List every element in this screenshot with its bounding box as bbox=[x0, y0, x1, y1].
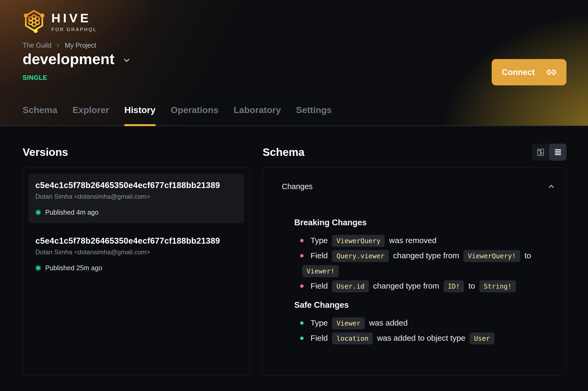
connect-button-label: Connect bbox=[502, 68, 535, 77]
version-item[interactable]: c5e4c1c5f78b26465350e4ecf677cf188bb21389… bbox=[28, 229, 244, 279]
version-hash: c5e4c1c5f78b26465350e4ecf677cf188bb21389 bbox=[35, 236, 237, 246]
breaking-changes-section: Breaking Changes Type ViewerQuery was re… bbox=[294, 218, 556, 294]
schema-heading: Schema bbox=[263, 146, 304, 159]
safe-changes-section: Safe Changes Type Viewer was added Field… bbox=[294, 300, 556, 346]
main-content: Versions c5e4c1c5f78b26465350e4ecf677cf1… bbox=[0, 126, 588, 376]
breaking-changes-title: Breaking Changes bbox=[294, 218, 556, 228]
link-icon bbox=[546, 67, 556, 77]
versions-list: c5e4c1c5f78b26465350e4ecf677cf188bb21389… bbox=[23, 168, 250, 376]
active-tab-underline bbox=[124, 124, 155, 126]
changes-collapse-header[interactable]: Changes bbox=[282, 182, 556, 191]
version-author: Dotan Simha <dotansimha@gmail.com> bbox=[35, 248, 237, 256]
page-title: development bbox=[23, 51, 114, 68]
safe-bullet-icon bbox=[300, 336, 304, 340]
version-item-selected[interactable]: c5e4c1c5f78b26465350e4ecf677cf188bb21389… bbox=[28, 173, 244, 223]
breadcrumb: The Guild My Project bbox=[23, 41, 96, 49]
code-chip: ViewerQuery! bbox=[463, 250, 520, 262]
target-mode-badge: SINGLE bbox=[23, 74, 47, 81]
app-header: HIVE FOR GRAPHQL The Guild My Project de… bbox=[0, 0, 588, 126]
code-chip: User.id bbox=[332, 280, 368, 292]
tab-settings[interactable]: Settings bbox=[296, 105, 332, 126]
change-item: Field Query.viewer changed type from Vie… bbox=[300, 248, 556, 278]
code-chip: ViewerQuery bbox=[332, 235, 385, 247]
brand-tagline: FOR GRAPHQL bbox=[51, 27, 97, 32]
hive-logo-icon bbox=[23, 9, 45, 34]
versions-panel: Versions c5e4c1c5f78b26465350e4ecf677cf1… bbox=[23, 126, 250, 376]
breaking-bullet-icon bbox=[300, 239, 304, 242]
breaking-bullet-icon bbox=[300, 254, 304, 257]
safe-bullet-icon bbox=[300, 321, 304, 325]
tab-history[interactable]: History bbox=[124, 105, 155, 126]
versions-heading: Versions bbox=[23, 146, 68, 159]
brand-name: HIVE bbox=[51, 12, 97, 24]
version-status: Published 4m ago bbox=[35, 209, 237, 216]
breadcrumb-project-link[interactable]: My Project bbox=[65, 41, 96, 49]
tab-laboratory[interactable]: Laboratory bbox=[234, 105, 281, 126]
changes-body: Breaking Changes Type ViewerQuery was re… bbox=[294, 218, 556, 346]
code-chip: ID! bbox=[444, 280, 464, 292]
safe-changes-list: Type Viewer was added Field location was… bbox=[300, 315, 556, 346]
published-dot-icon bbox=[35, 265, 41, 271]
chevron-down-icon[interactable] bbox=[122, 56, 131, 65]
diff-view-button[interactable] bbox=[532, 144, 549, 161]
published-dot-icon bbox=[35, 210, 41, 215]
main-tabs: Schema Explorer History Operations Labor… bbox=[23, 105, 332, 126]
list-view-button[interactable] bbox=[549, 144, 566, 161]
view-toggle bbox=[532, 144, 566, 161]
code-chip: User bbox=[470, 332, 494, 344]
change-item: Field User.id changed type from ID! to S… bbox=[300, 278, 556, 294]
chevron-right-icon bbox=[55, 43, 61, 48]
breaking-changes-list: Type ViewerQuery was removed Field Query… bbox=[300, 233, 556, 294]
change-item: Field location was added to object type … bbox=[300, 331, 556, 346]
code-chip: location bbox=[332, 332, 372, 344]
version-status-text: Published 25m ago bbox=[45, 264, 102, 272]
breadcrumb-org-link[interactable]: The Guild bbox=[23, 41, 51, 49]
list-icon bbox=[554, 148, 562, 156]
connect-button[interactable]: Connect bbox=[492, 59, 566, 85]
chevron-up-icon[interactable] bbox=[547, 182, 556, 191]
change-item: Type ViewerQuery was removed bbox=[300, 233, 556, 248]
safe-changes-title: Safe Changes bbox=[294, 300, 556, 310]
change-item: Type Viewer was added bbox=[300, 315, 556, 331]
columns-icon bbox=[536, 148, 545, 156]
version-status-text: Published 4m ago bbox=[45, 209, 98, 216]
changes-card: Changes Breaking Changes Type ViewerQuer… bbox=[263, 168, 566, 376]
code-chip: Viewer! bbox=[302, 265, 339, 277]
tab-explorer[interactable]: Explorer bbox=[72, 105, 109, 126]
version-status: Published 25m ago bbox=[35, 264, 237, 272]
breaking-bullet-icon bbox=[300, 284, 304, 288]
tab-operations[interactable]: Operations bbox=[171, 105, 218, 126]
version-hash: c5e4c1c5f78b26465350e4ecf677cf188bb21389 bbox=[35, 180, 237, 190]
tab-schema[interactable]: Schema bbox=[23, 105, 57, 126]
code-chip: Viewer bbox=[332, 317, 365, 329]
code-chip: String! bbox=[479, 280, 516, 292]
schema-panel: Schema bbox=[263, 126, 566, 376]
target-selector[interactable]: development bbox=[23, 51, 131, 68]
changes-title: Changes bbox=[282, 182, 313, 191]
version-author: Dotan Simha <dotansimha@gmail.com> bbox=[35, 193, 237, 201]
code-chip: Query.viewer bbox=[332, 250, 389, 262]
hive-logo[interactable]: HIVE FOR GRAPHQL bbox=[23, 9, 97, 34]
brand-text: HIVE FOR GRAPHQL bbox=[51, 9, 97, 32]
